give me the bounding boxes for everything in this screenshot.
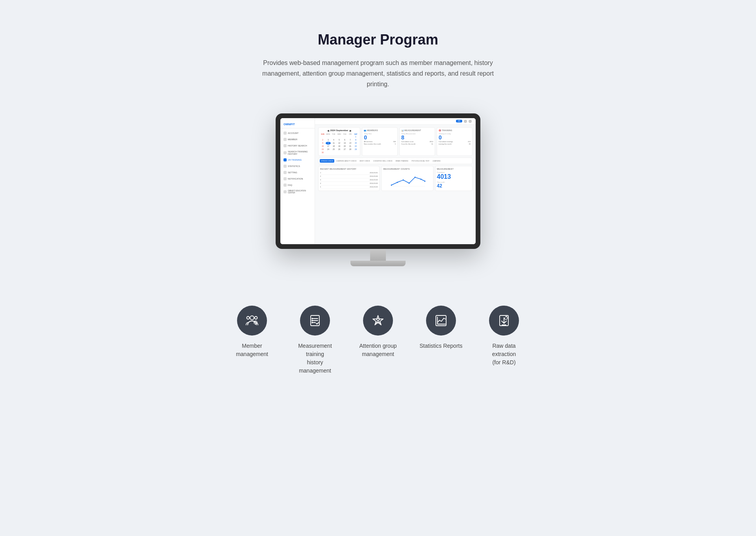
svg-point-16 xyxy=(312,318,313,319)
topbar-settings-icon[interactable] xyxy=(464,120,467,123)
svg-point-5 xyxy=(421,178,422,180)
feature-attention-group: Attention groupmanagement xyxy=(356,306,400,358)
sidebar-item-notification[interactable]: NOTIFICATION xyxy=(280,176,315,182)
cal-day-today[interactable]: 9 xyxy=(326,142,331,145)
setting-icon xyxy=(284,171,287,174)
page-title: Manager Program xyxy=(318,32,438,48)
svg-point-17 xyxy=(312,320,313,321)
tabs-row: STRESS CHECK LEARNING ABILITY CHECK BODY… xyxy=(318,158,472,164)
cal-day xyxy=(348,135,353,138)
tab-body-check[interactable]: BODY CHECK xyxy=(358,159,371,163)
members-title: 👥 MEMBERS xyxy=(364,129,396,132)
cal-day: 25 xyxy=(331,148,336,151)
cal-day xyxy=(348,151,353,154)
feature-member-label: Membermanagement xyxy=(236,342,268,358)
svg-point-6 xyxy=(424,180,426,182)
measurement-stats-card: 📊 MEASUREMENT Today Measurement 8 Cumula… xyxy=(399,127,435,156)
cal-day: 8 xyxy=(353,139,358,141)
feature-raw-data-label: Raw data extraction(for R&D) xyxy=(482,342,526,367)
cal-day: 12 xyxy=(337,142,342,145)
topbar-bell-icon[interactable] xyxy=(469,120,472,123)
features-section: Membermanagement Measurement traininghis… xyxy=(230,306,526,375)
cal-day xyxy=(337,135,342,138)
cal-day: 21 xyxy=(348,145,353,148)
svg-point-8 xyxy=(250,316,254,320)
topbar: KR xyxy=(315,118,476,125)
cal-day xyxy=(326,151,331,154)
account-icon xyxy=(284,132,287,135)
sidebar-item-vr-training[interactable]: VR TRAINING xyxy=(280,157,315,163)
members-card: 👥 MEMBERS Today New 0 All members 318 Ne… xyxy=(362,127,398,156)
cal-day: 24 xyxy=(326,148,331,151)
tab-psychological-test[interactable]: PSYCHOLOGICAL TEST xyxy=(410,159,430,163)
statistics-icon xyxy=(284,165,287,168)
members-new: New member this month 5 xyxy=(364,143,396,145)
education-icon xyxy=(284,190,287,193)
cal-day: 22 xyxy=(353,145,358,148)
main-content: KR ◀ 2024 September xyxy=(315,118,476,244)
cal-header-fri: FRI xyxy=(348,133,353,135)
topbar-kr-button[interactable]: KR xyxy=(456,120,462,122)
cal-day: 29 xyxy=(353,148,358,151)
calendar-card: ◀ 2024 September ▶ SUN MON TUE WED THU xyxy=(318,127,360,156)
svg-point-9 xyxy=(255,316,258,319)
training-today-value: 0 xyxy=(439,135,471,140)
cal-day xyxy=(331,151,336,154)
cal-day: 9 xyxy=(320,142,325,145)
svg-point-20 xyxy=(377,318,379,321)
cal-day: 4 xyxy=(331,139,336,141)
faq-icon xyxy=(284,184,287,187)
history-row-1: 1 2024-09-05 xyxy=(320,171,378,175)
measurement-training-history-icon xyxy=(308,314,322,327)
training-month: training this month 30 xyxy=(439,143,471,145)
cumulative-value: 4013 xyxy=(437,173,471,180)
cal-day xyxy=(326,135,331,138)
feature-statistics-label: Statistics Reports xyxy=(420,342,463,350)
cal-day: 20 xyxy=(342,145,347,148)
sidebar-item-setting[interactable]: SETTING xyxy=(280,169,315,176)
cal-day xyxy=(337,151,342,154)
tab-stress-check[interactable]: STRESS CHECK xyxy=(320,159,334,163)
tab-brain-training[interactable]: BRAIN TRAINING xyxy=(395,159,410,163)
calendar-header: ◀ 2024 September ▶ xyxy=(320,129,358,132)
cal-day xyxy=(331,135,336,138)
tab-learning[interactable]: LEARNING xyxy=(432,159,442,163)
cal-day: 26 xyxy=(337,148,342,151)
cal-header-wed: WED xyxy=(337,133,342,135)
tab-learning-ability[interactable]: LEARNING ABILITY CHECK xyxy=(335,159,358,163)
tab-cognitive-skill[interactable]: COGNITIVE SKILL CHECK xyxy=(372,159,394,163)
svg-point-10 xyxy=(247,316,250,319)
feature-attention-label: Attention groupmanagement xyxy=(359,342,397,358)
page-subtitle: Provides web-based management program su… xyxy=(252,57,504,90)
sidebar-item-history-search[interactable]: HISTORY SEARCH xyxy=(280,143,315,149)
notification-icon xyxy=(284,177,287,180)
member-management-circle xyxy=(237,306,267,336)
search-training-icon xyxy=(284,151,287,154)
month-value: 42 xyxy=(437,183,471,189)
cal-day: 2 xyxy=(320,139,325,141)
attention-group-circle xyxy=(363,306,393,336)
sidebar-item-faq[interactable]: FAQ xyxy=(280,182,315,188)
cal-day: 16 xyxy=(320,145,325,148)
svg-point-3 xyxy=(409,182,410,184)
history-row-2: 2 2024-09-08 xyxy=(320,175,378,178)
sidebar-item-statistics[interactable]: STATISTICS xyxy=(280,163,315,169)
dashboard: OMNIFIT ACCOUNT MEMBER HISTORY SEARCH xyxy=(280,118,476,244)
svg-marker-19 xyxy=(373,315,383,325)
cal-header-thu: THU xyxy=(342,133,347,135)
sidebar-item-member[interactable]: MEMBER xyxy=(280,136,315,143)
monitor-mockup: OMNIFIT ACCOUNT MEMBER HISTORY SEARCH xyxy=(276,113,480,266)
statistics-reports-icon xyxy=(434,314,448,327)
monitor-base xyxy=(350,261,406,266)
sidebar-item-search-training[interactable]: SEARCH TRAINING HISTORY xyxy=(280,149,315,157)
chart-area xyxy=(383,171,431,187)
sidebar-logo: OMNIFIT xyxy=(280,121,315,128)
feature-statistics-reports: Statistics Reports xyxy=(419,306,463,350)
cal-day: 13 xyxy=(342,142,347,145)
calendar-grid: SUN MON TUE WED THU FRI SAT xyxy=(320,133,358,154)
cal-day: 30 xyxy=(320,151,325,154)
sidebar-item-education[interactable]: OMNIFIT EDUCATION CENTER xyxy=(280,188,315,195)
sidebar-item-account[interactable]: ACCOUNT xyxy=(280,130,315,136)
measurement-today-value: 8 xyxy=(401,135,433,140)
cal-day: 7 xyxy=(348,139,353,141)
